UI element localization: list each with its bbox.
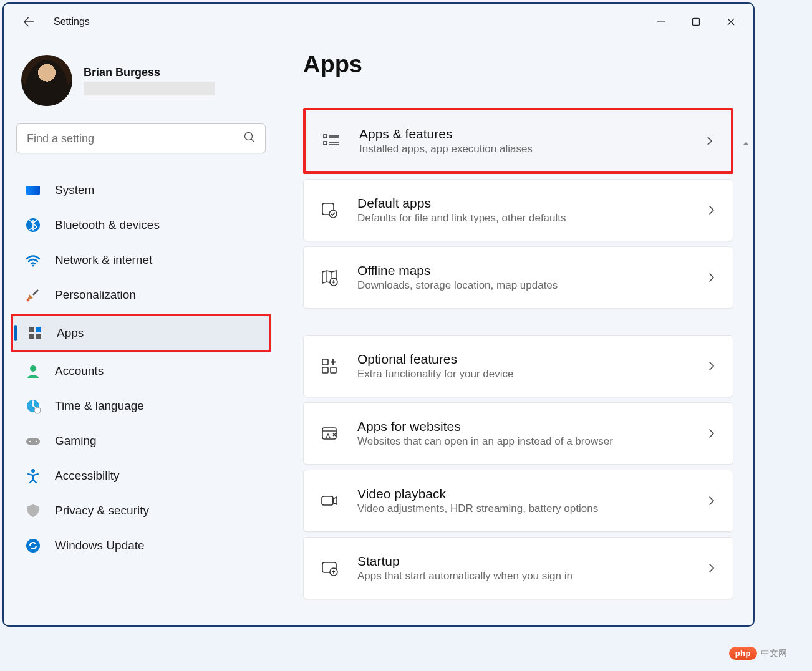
- sidebar-item-accessibility[interactable]: Accessibility: [16, 460, 266, 491]
- chevron-right-icon: [705, 495, 718, 507]
- svg-point-16: [36, 441, 37, 443]
- section-gap: [303, 314, 733, 330]
- card-apps-features[interactable]: Apps & features Installed apps, app exec…: [303, 108, 733, 174]
- cards-column: Apps & features Installed apps, app exec…: [303, 108, 733, 599]
- svg-rect-26: [331, 367, 336, 373]
- sidebar-item-bluetooth[interactable]: Bluetooth & devices: [16, 210, 266, 241]
- sidebar-item-label: Network & internet: [55, 253, 152, 267]
- card-subtitle: Extra functionality for your device: [357, 368, 688, 380]
- sidebar-item-system[interactable]: System: [16, 175, 266, 206]
- close-button[interactable]: [713, 8, 748, 36]
- map-download-icon: [319, 267, 340, 288]
- nav-list: System Bluetooth & devices Network & int…: [16, 175, 266, 561]
- card-subtitle: Defaults for file and link types, other …: [357, 212, 688, 224]
- svg-rect-7: [29, 327, 34, 332]
- card-video-playback[interactable]: Video playback Video adjustments, HDR st…: [303, 470, 733, 532]
- card-text: Video playback Video adjustments, HDR st…: [357, 486, 688, 515]
- svg-rect-8: [36, 327, 41, 332]
- search-icon: [243, 131, 256, 146]
- svg-point-6: [27, 299, 30, 302]
- sidebar-item-label: Time & language: [55, 399, 144, 413]
- svg-point-17: [31, 469, 35, 473]
- paint-icon: [25, 287, 41, 303]
- apps-icon: [27, 325, 43, 341]
- card-subtitle: Downloads, storage location, map updates: [357, 279, 688, 292]
- sidebar-item-privacy[interactable]: Privacy & security: [16, 495, 266, 526]
- sidebar-item-label: Gaming: [55, 434, 97, 448]
- body: Brian Burgess System Bluetooth & devices: [4, 40, 753, 625]
- user-name: Brian Burgess: [84, 66, 215, 79]
- card-title: Default apps: [357, 196, 688, 211]
- svg-point-5: [32, 265, 34, 267]
- card-optional-features[interactable]: Optional features Extra functionality fo…: [303, 335, 733, 397]
- wifi-icon: [25, 252, 41, 268]
- svg-rect-3: [26, 186, 40, 195]
- svg-rect-24: [322, 359, 328, 365]
- sidebar: Brian Burgess System Bluetooth & devices: [4, 40, 278, 625]
- minimize-button[interactable]: [644, 8, 679, 36]
- minimize-icon: [657, 17, 665, 26]
- card-subtitle: Video adjustments, HDR streaming, batter…: [357, 503, 688, 515]
- chevron-right-icon: [703, 135, 716, 147]
- startup-icon: [319, 558, 340, 579]
- card-startup[interactable]: Startup Apps that start automatically wh…: [303, 537, 733, 599]
- sidebar-item-label: Personalization: [55, 288, 136, 302]
- card-text: Offline maps Downloads, storage location…: [357, 263, 688, 292]
- video-icon: [319, 490, 340, 511]
- svg-rect-9: [29, 334, 34, 339]
- maximize-icon: [692, 17, 700, 26]
- search-input[interactable]: [16, 123, 266, 153]
- sidebar-item-label: Windows Update: [55, 539, 145, 553]
- content-area: Apps Apps & features Installed apps, app…: [278, 40, 753, 625]
- watermark-text: 中文网: [761, 648, 787, 659]
- sidebar-item-personalization[interactable]: Personalization: [16, 279, 266, 311]
- card-default-apps[interactable]: Default apps Defaults for file and link …: [303, 179, 733, 241]
- card-apps-for-websites[interactable]: Apps for websites Websites that can open…: [303, 402, 733, 465]
- search-wrap: [16, 123, 266, 153]
- scrollbar[interactable]: [742, 140, 750, 625]
- svg-rect-20: [324, 142, 327, 145]
- clock-globe-icon: [25, 398, 41, 414]
- accessibility-icon: [25, 468, 41, 484]
- sidebar-item-accounts[interactable]: Accounts: [16, 355, 266, 387]
- avatar: [21, 55, 72, 106]
- update-icon: [25, 538, 41, 554]
- sidebar-item-time[interactable]: Time & language: [16, 390, 266, 422]
- card-subtitle: Apps that start automatically when you s…: [357, 570, 688, 582]
- sidebar-item-gaming[interactable]: Gaming: [16, 425, 266, 456]
- svg-rect-28: [322, 496, 333, 505]
- sidebar-item-apps[interactable]: Apps: [11, 314, 271, 352]
- close-icon: [727, 17, 735, 26]
- svg-rect-25: [322, 367, 328, 373]
- sidebar-item-label: Accessibility: [55, 469, 119, 483]
- card-title: Apps & features: [359, 127, 686, 142]
- maximize-button[interactable]: [679, 8, 713, 36]
- chevron-right-icon: [705, 360, 718, 372]
- card-text: Apps for websites Websites that can open…: [357, 419, 688, 448]
- page-title: Apps: [303, 51, 738, 78]
- apps-websites-icon: [319, 423, 340, 444]
- window-controls: [644, 8, 748, 36]
- back-button[interactable]: [16, 9, 41, 34]
- sidebar-item-label: System: [55, 183, 94, 197]
- user-block[interactable]: Brian Burgess: [16, 55, 266, 106]
- card-title: Startup: [357, 554, 688, 569]
- card-title: Apps for websites: [357, 419, 688, 434]
- chevron-right-icon: [705, 427, 718, 440]
- chevron-right-icon: [705, 562, 718, 574]
- sidebar-item-label: Apps: [57, 326, 84, 340]
- watermark-pill: php: [729, 647, 757, 660]
- card-title: Optional features: [357, 352, 688, 367]
- user-info: Brian Burgess: [84, 66, 215, 95]
- card-title: Offline maps: [357, 263, 688, 278]
- card-offline-maps[interactable]: Offline maps Downloads, storage location…: [303, 246, 733, 309]
- svg-point-15: [29, 441, 31, 443]
- scroll-up-icon: [742, 140, 750, 147]
- watermark: php 中文网: [729, 647, 787, 660]
- sidebar-item-update[interactable]: Windows Update: [16, 530, 266, 561]
- card-title: Video playback: [357, 486, 688, 501]
- sidebar-item-label: Privacy & security: [55, 504, 149, 518]
- accounts-icon: [25, 363, 41, 379]
- sidebar-item-network[interactable]: Network & internet: [16, 244, 266, 276]
- svg-point-13: [34, 407, 41, 413]
